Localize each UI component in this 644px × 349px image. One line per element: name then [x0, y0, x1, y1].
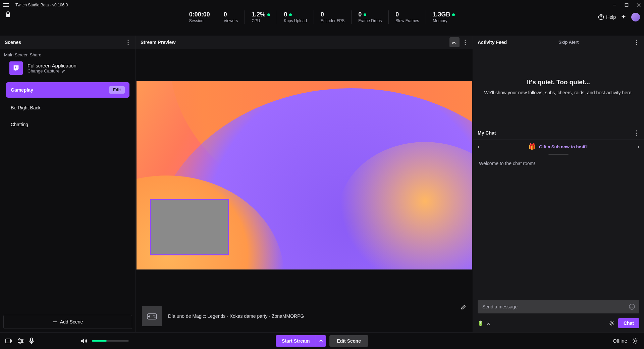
scene-item-brb[interactable]: Be Right Back — [6, 101, 129, 114]
pencil-icon — [61, 69, 65, 73]
gift-indicator — [548, 154, 569, 155]
scenes-more-icon[interactable]: ⋮ — [125, 39, 131, 46]
svg-point-10 — [631, 306, 631, 306]
svg-rect-13 — [6, 339, 10, 343]
mic-level-track — [39, 340, 76, 342]
hamburger-icon[interactable] — [3, 3, 9, 7]
titlebar: Twitch Studio Beta - v0.106.0 — [0, 0, 644, 10]
stat-upload: 0Kbps Upload — [277, 10, 314, 24]
right-column: Activity Feed Skip Alert ⋮ It's quiet. T… — [473, 36, 644, 332]
stream-status: Offline — [613, 338, 627, 344]
stream-title: Día uno de Magic: Legends - Xokas dame p… — [168, 313, 454, 319]
svg-point-15 — [21, 340, 23, 342]
chat-input[interactable] — [478, 300, 639, 313]
preview-header: Stream Preview ⋮ — [136, 36, 473, 49]
camera-toggle-icon[interactable] — [5, 338, 13, 344]
scene-item-gameplay[interactable]: Gameplay Edit — [6, 82, 129, 98]
chat-footer: 🔋 ∞ Chat — [473, 316, 644, 332]
stream-preview-panel: Stream Preview ⋮ Día uno de Magic: Legen… — [136, 36, 473, 332]
preview-header-label: Stream Preview — [141, 40, 175, 45]
capture-title: Fullscreen Application — [28, 63, 76, 68]
mic-toggle-icon[interactable] — [29, 338, 34, 344]
chat-header: My Chat ⋮ — [473, 126, 644, 140]
scene-item-chatting[interactable]: Chatting — [6, 118, 129, 131]
scenes-section-label: Main Screen Share — [0, 49, 136, 59]
add-scene-button[interactable]: Add Scene — [3, 315, 132, 329]
chevron-right-icon[interactable]: › — [638, 144, 639, 150]
svg-rect-4 — [15, 66, 16, 68]
bottom-bar: Start Stream Edit Scene Offline — [0, 332, 644, 349]
gift-banner: ‹ 🎁 Gift a Sub now to be #1! › — [473, 140, 644, 154]
stat-drops: 0Frame Drops — [352, 10, 389, 24]
chevron-left-icon[interactable]: ‹ — [478, 144, 479, 150]
add-scene-label: Add Scene — [60, 319, 83, 325]
settings-icon[interactable] — [632, 338, 639, 344]
capture-subtitle[interactable]: Change Capture — [28, 68, 76, 73]
activity-empty-title: It's quiet. Too quiet... — [481, 79, 636, 86]
chat-more-icon[interactable]: ⋮ — [634, 129, 639, 137]
maximize-icon[interactable] — [625, 3, 629, 7]
start-stream-button[interactable]: Start Stream — [276, 335, 316, 347]
stat-memory: 1.3GBMemory — [426, 10, 462, 24]
svg-point-9 — [629, 304, 635, 309]
header-right: Help — [598, 13, 640, 21]
start-stream-caret[interactable] — [316, 335, 326, 347]
game-boxart-icon[interactable] — [142, 306, 162, 326]
preview-canvas[interactable] — [137, 81, 472, 269]
activity-feed-empty: It's quiet. Too quiet... We'll show your… — [473, 49, 644, 126]
sparkle-icon[interactable] — [621, 14, 627, 20]
scenes-sidebar: Scenes ⋮ Main Screen Share Fullscreen Ap… — [0, 36, 136, 332]
chat-settings-icon[interactable] — [609, 320, 615, 326]
stat-cpu: 1.2%CPU — [245, 10, 277, 24]
send-chat-button[interactable]: Chat — [618, 318, 639, 328]
chat-messages: Welcome to the chat room! — [473, 156, 644, 297]
app-title: Twitch Studio Beta - v0.106.0 — [15, 3, 68, 7]
close-icon[interactable] — [637, 3, 641, 7]
scenes-header: Scenes ⋮ — [0, 36, 136, 49]
chat-panel: My Chat ⋮ ‹ 🎁 Gift a Sub now to be #1! ›… — [473, 126, 644, 332]
scene-edit-button[interactable]: Edit — [109, 86, 125, 94]
sliders-icon[interactable] — [17, 338, 24, 344]
activity-header-label: Activity Feed — [478, 40, 507, 45]
svg-point-11 — [633, 306, 633, 306]
speaker-icon[interactable] — [80, 338, 87, 344]
activity-more-icon[interactable]: ⋮ — [634, 39, 639, 46]
preview-area[interactable] — [136, 49, 473, 301]
help-label: Help — [606, 14, 616, 20]
preview-more-icon[interactable]: ⋮ — [462, 39, 468, 46]
signature-icon[interactable] — [449, 37, 460, 47]
activity-header: Activity Feed Skip Alert ⋮ — [473, 36, 644, 49]
plus-icon — [53, 319, 57, 324]
chat-header-label: My Chat — [478, 130, 496, 136]
camera-overlay[interactable] — [150, 199, 229, 255]
edit-stream-info-icon[interactable] — [461, 304, 467, 310]
activity-empty-body: We'll show your new follows, subs, cheer… — [481, 89, 636, 96]
channel-points-icon[interactable]: 🔋 — [478, 320, 483, 326]
stat-encoder: 0Encoder FPS — [314, 10, 352, 24]
scene-item-label: Chatting — [11, 122, 28, 127]
stat-session: 0:00:00Session — [182, 10, 217, 24]
svg-point-3 — [601, 18, 601, 19]
edit-scene-button[interactable]: Edit Scene — [329, 335, 368, 347]
skip-alert-button[interactable]: Skip Alert — [558, 40, 579, 45]
minimize-icon[interactable] — [612, 3, 616, 7]
help-button[interactable]: Help — [598, 14, 616, 20]
emote-picker-icon[interactable] — [629, 303, 635, 310]
avatar[interactable] — [631, 13, 640, 21]
capture-row[interactable]: Fullscreen Application Change Capture — [0, 59, 136, 80]
svg-point-12 — [611, 322, 612, 324]
scenes-header-label: Scenes — [5, 40, 21, 45]
gift-icon: 🎁 — [528, 143, 536, 150]
twitch-capture-icon — [9, 61, 23, 75]
chat-welcome-text: Welcome to the chat room! — [479, 161, 535, 166]
scene-item-label: Be Right Back — [11, 105, 41, 110]
window-controls — [612, 3, 641, 7]
svg-rect-5 — [17, 66, 17, 68]
stat-viewers: 0Viewers — [217, 10, 245, 24]
svg-point-14 — [19, 339, 20, 340]
gift-sub-link[interactable]: Gift a Sub now to be #1! — [539, 144, 589, 149]
svg-rect-17 — [31, 338, 33, 342]
scene-item-label: Gameplay — [11, 87, 33, 93]
stat-slow: 0Slow Frames — [389, 10, 426, 24]
volume-slider[interactable] — [92, 340, 129, 342]
